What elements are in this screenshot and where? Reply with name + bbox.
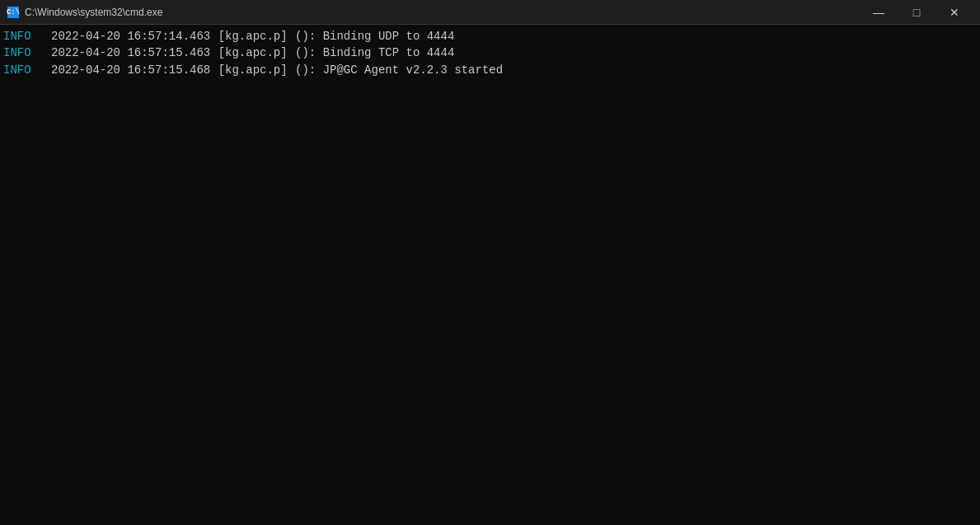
log-message: (): JP@GC Agent v2.2.3 started xyxy=(295,62,503,78)
log-timestamp: 2022-04-20 16:57:15.463 xyxy=(51,45,218,61)
log-level: INFO xyxy=(3,28,51,45)
log-timestamp: 2022-04-20 16:57:14.463 xyxy=(51,28,218,45)
table-row: INFO2022-04-20 16:57:15.463 [kg.apc.p] (… xyxy=(3,45,977,61)
log-message: (): Binding TCP to 4444 xyxy=(295,45,454,61)
log-source: [kg.apc.p] xyxy=(218,28,294,45)
table-row: INFO2022-04-20 16:57:14.463 [kg.apc.p] (… xyxy=(3,28,977,45)
log-level: INFO xyxy=(3,45,51,61)
title-bar-left: C:\ C:\Windows\system32\cmd.exe xyxy=(7,6,162,19)
log-source: [kg.apc.p] xyxy=(218,45,294,61)
table-row: INFO2022-04-20 16:57:15.468 [kg.apc.p] (… xyxy=(3,62,977,78)
log-source: [kg.apc.p] xyxy=(218,62,294,78)
cmd-icon-inner: C:\ xyxy=(7,7,19,18)
maximize-button[interactable]: □ xyxy=(898,0,935,25)
log-message: (): Binding UDP to 4444 xyxy=(295,28,454,45)
minimize-button[interactable]: — xyxy=(860,0,898,25)
close-button[interactable]: ✕ xyxy=(935,0,973,25)
log-container: INFO2022-04-20 16:57:14.463 [kg.apc.p] (… xyxy=(3,28,977,78)
cmd-icon: C:\ xyxy=(7,6,20,19)
console-area: INFO2022-04-20 16:57:14.463 [kg.apc.p] (… xyxy=(0,25,980,525)
log-timestamp: 2022-04-20 16:57:15.468 xyxy=(51,62,218,78)
window-title: C:\Windows\system32\cmd.exe xyxy=(25,7,162,18)
title-bar: C:\ C:\Windows\system32\cmd.exe — □ ✕ xyxy=(0,0,980,25)
log-level: INFO xyxy=(3,62,51,78)
title-bar-controls: — □ ✕ xyxy=(860,0,973,25)
